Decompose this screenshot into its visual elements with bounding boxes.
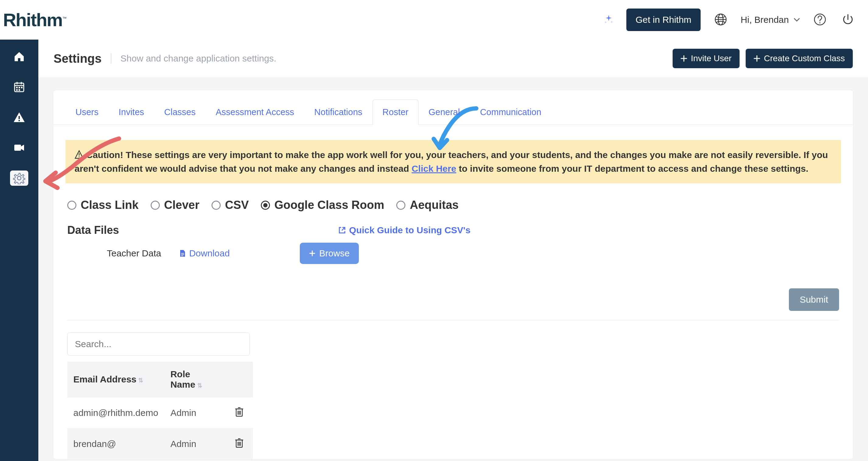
invite-user-button[interactable]: Invite User: [673, 49, 740, 68]
submit-button[interactable]: Submit: [789, 288, 839, 311]
tab-notifications[interactable]: Notifications: [304, 99, 373, 125]
sort-icon: ⇅: [197, 382, 203, 389]
external-link-icon: [338, 226, 346, 234]
radio-csv[interactable]: CSV: [212, 199, 249, 212]
home-icon: [13, 50, 25, 62]
search-input[interactable]: [67, 333, 250, 356]
svg-rect-13: [19, 87, 20, 88]
tab-classes[interactable]: Classes: [154, 99, 206, 125]
admin-table: Email Address⇅ Role Name⇅ admin@rhithm.d…: [67, 362, 253, 459]
svg-rect-16: [19, 89, 20, 91]
quick-guide-label: Quick Guide to Using CSV's: [349, 225, 470, 235]
radio-google-classroom[interactable]: Google Class Room: [261, 199, 384, 212]
nav-alerts[interactable]: [10, 110, 28, 125]
main-content: Settings Show and change application set…: [38, 39, 868, 461]
radio-clever[interactable]: Clever: [151, 199, 199, 212]
logo-text: Rhithm: [3, 10, 62, 30]
data-files-title: Data Files: [67, 224, 119, 237]
sparkle-icon[interactable]: [603, 14, 614, 25]
page-subtitle: Show and change application settings.: [111, 53, 276, 64]
tab-communication[interactable]: Communication: [470, 99, 551, 125]
delete-row-button[interactable]: [235, 440, 244, 450]
create-class-label: Create Custom Class: [764, 54, 845, 63]
svg-rect-14: [21, 87, 23, 88]
tab-general[interactable]: General: [418, 99, 470, 125]
page-title: Settings: [54, 52, 102, 65]
svg-rect-18: [19, 120, 20, 121]
plus-icon: [753, 55, 760, 62]
col-email[interactable]: Email Address⇅: [67, 362, 164, 397]
delete-row-button[interactable]: [235, 409, 244, 419]
create-custom-class-button[interactable]: Create Custom Class: [746, 49, 853, 68]
radio-csv-label: CSV: [225, 199, 249, 212]
cell-email: admin@rhithm.demo: [67, 397, 164, 428]
table-scrollbar[interactable]: [853, 401, 854, 435]
warning-icon: [13, 111, 25, 123]
nav-calendar[interactable]: [10, 79, 28, 94]
side-nav: [0, 39, 38, 461]
col-email-label: Email Address: [73, 374, 136, 384]
svg-marker-1: [610, 20, 613, 24]
tab-invites[interactable]: Invites: [108, 99, 154, 125]
svg-rect-17: [19, 116, 20, 119]
top-header: Rhithm™ Get in Rhithm Hi, Brendan: [0, 0, 868, 39]
tab-assessment-access[interactable]: Assessment Access: [206, 99, 304, 125]
sort-icon: ⇅: [138, 377, 143, 384]
nav-settings[interactable]: [10, 171, 28, 186]
invite-user-label: Invite User: [691, 54, 732, 63]
browse-button[interactable]: Browse: [300, 243, 359, 264]
tab-roster[interactable]: Roster: [373, 99, 418, 125]
calendar-icon: [13, 81, 25, 93]
get-in-rhithm-button[interactable]: Get in Rhithm: [626, 8, 700, 31]
nav-home[interactable]: [10, 49, 28, 64]
svg-marker-0: [606, 15, 612, 21]
warning-icon: [74, 150, 84, 159]
cell-role: Admin: [164, 428, 228, 459]
roster-source-options: Class Link Clever CSV Google Class Room …: [53, 193, 853, 221]
browse-label: Browse: [319, 248, 350, 259]
user-greeting[interactable]: Hi, Brendan: [741, 15, 800, 25]
globe-icon[interactable]: [713, 11, 728, 28]
download-link[interactable]: Download: [179, 248, 229, 259]
power-icon[interactable]: [840, 11, 856, 28]
radio-aequitas[interactable]: Aequitas: [396, 199, 458, 212]
cell-role: Admin: [164, 397, 228, 428]
file-icon: [179, 249, 186, 257]
trash-icon: [235, 406, 244, 417]
svg-rect-15: [16, 89, 18, 91]
logo-tm: ™: [62, 16, 66, 21]
settings-panel: Users Invites Classes Assessment Access …: [53, 90, 854, 459]
svg-point-7: [819, 22, 820, 24]
caution-alert: Caution! These settings are very importa…: [65, 140, 841, 183]
tab-users[interactable]: Users: [65, 99, 108, 125]
alert-suffix: to invite someone from your IT departmen…: [456, 164, 808, 174]
radio-class-link[interactable]: Class Link: [67, 199, 138, 212]
page-header: Settings Show and change application set…: [38, 39, 868, 78]
radio-aequitas-label: Aequitas: [410, 199, 458, 212]
svg-rect-24: [181, 254, 184, 255]
col-role[interactable]: Role Name⇅: [164, 362, 228, 397]
settings-tabs: Users Invites Classes Assessment Access …: [53, 90, 853, 125]
svg-rect-23: [181, 253, 184, 254]
cell-email: brendan@: [67, 428, 164, 459]
download-label: Download: [189, 248, 229, 259]
radio-class-link-label: Class Link: [81, 199, 138, 212]
radio-clever-label: Clever: [164, 199, 199, 212]
video-icon: [13, 142, 25, 154]
svg-rect-25: [181, 256, 183, 256]
teacher-data-label: Teacher Data: [107, 248, 161, 259]
help-icon[interactable]: [812, 11, 828, 28]
logo: Rhithm™: [0, 9, 66, 30]
svg-point-22: [79, 156, 80, 157]
svg-marker-2: [604, 21, 607, 24]
svg-rect-12: [16, 87, 18, 88]
nav-video[interactable]: [10, 140, 28, 155]
col-actions: [228, 362, 253, 397]
svg-rect-19: [14, 145, 21, 151]
alert-click-here-link[interactable]: Click Here: [411, 164, 456, 174]
table-row: brendan@ Admin: [67, 428, 253, 459]
quick-guide-link[interactable]: Quick Guide to Using CSV's: [338, 225, 470, 235]
radio-google-classroom-label: Google Class Room: [274, 199, 384, 212]
gear-icon: [13, 172, 25, 184]
trash-icon: [235, 437, 244, 448]
